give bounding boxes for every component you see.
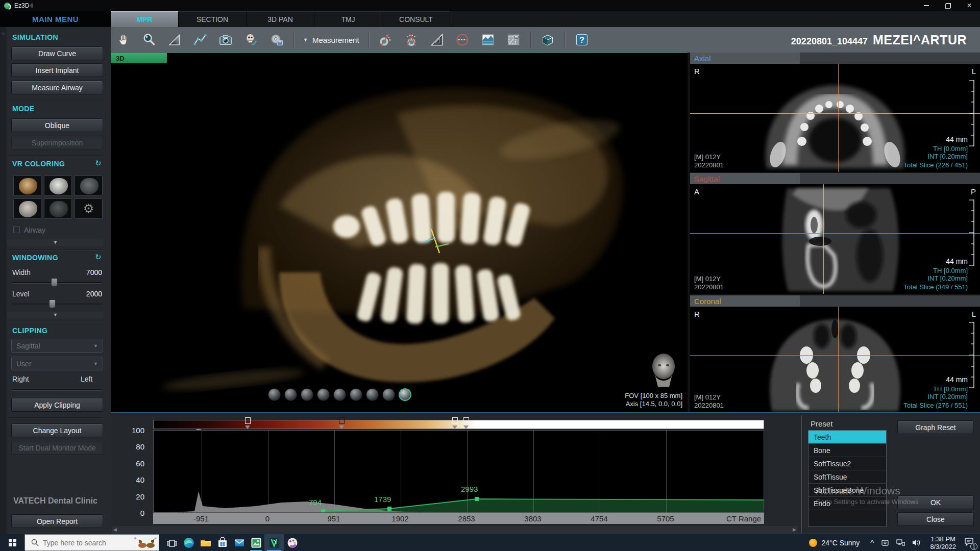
windowing-tool-icon[interactable] — [164, 30, 185, 50]
histogram-horizontal-scrollbar[interactable]: ◀▶ — [112, 526, 798, 533]
set-square-tool-icon[interactable] — [427, 30, 447, 50]
curve-point-1739[interactable] — [387, 507, 391, 511]
superimposition-button[interactable]: Superimposition — [11, 136, 103, 149]
coronal-horizontal-crosshair[interactable] — [690, 355, 980, 356]
gradient-handle[interactable] — [245, 417, 251, 424]
clipping-preset-dropdown[interactable]: User ▼ — [11, 357, 103, 370]
histogram-plot-area[interactable] — [153, 430, 764, 513]
sagittal-view[interactable]: Sagittal A P [M] 012Y 202 — [690, 173, 980, 294]
pan-tool-icon[interactable] — [113, 30, 134, 50]
level-slider-thumb[interactable] — [49, 299, 56, 308]
width-slider-thumb[interactable] — [51, 278, 58, 287]
measure-airway-button[interactable]: Measure Airway — [11, 81, 103, 94]
tab-mpr[interactable]: MPR — [111, 11, 179, 27]
measurement-dropdown[interactable]: ▼ Measurement — [303, 36, 359, 44]
width-slider[interactable] — [12, 282, 102, 284]
insert-implant-button[interactable]: Insert Implant — [11, 63, 103, 77]
paint3d-icon[interactable] — [284, 534, 301, 551]
tab-consult[interactable]: CONSULT — [382, 11, 450, 27]
volume-render-viewport[interactable]: 3D FOV [100 x 85 mm] Axis [14.5, 0.0, 0.… — [111, 53, 688, 412]
orientation-preset-icon[interactable] — [382, 388, 395, 401]
file-explorer-icon[interactable] — [197, 534, 214, 551]
ez3d-app-icon[interactable] — [264, 534, 284, 551]
curve-point-794[interactable] — [321, 509, 325, 512]
search-input[interactable] — [43, 539, 119, 547]
orientation-rotate-icon[interactable] — [399, 388, 411, 401]
orientation-preset-icon[interactable] — [268, 388, 281, 401]
double-angle-tool-icon[interactable] — [401, 30, 422, 50]
vr-soft-face-thumbnail[interactable] — [13, 198, 41, 219]
orientation-preset-icon[interactable] — [333, 388, 346, 401]
angle-tool-icon[interactable] — [376, 30, 396, 50]
edge-browser-icon[interactable] — [180, 534, 197, 551]
windowing-reset-icon[interactable]: ↻ — [95, 253, 102, 262]
tab-section[interactable]: SECTION — [179, 11, 247, 27]
axial-horizontal-crosshair[interactable] — [690, 113, 980, 114]
cube-3d-tool-icon[interactable] — [537, 30, 558, 50]
tab-tmj[interactable]: TMJ — [314, 11, 382, 27]
vr-coloring-collapse-chevron[interactable]: ▼ — [7, 239, 104, 246]
rotate-reset-tool-icon[interactable] — [241, 30, 261, 50]
coronal-view[interactable]: Coronal R — [690, 295, 980, 412]
taskbar-clock[interactable]: 1:38 PM 8/3/2022 — [930, 535, 956, 550]
curve-point-2993[interactable] — [475, 497, 479, 501]
vr-bone-skull-thumbnail[interactable] — [44, 176, 72, 196]
search-highlights-birds-icon[interactable] — [129, 535, 158, 550]
region-note-tool-icon[interactable] — [503, 30, 524, 50]
coronal-vertical-crosshair[interactable] — [838, 307, 839, 412]
histogram-tool-icon[interactable] — [478, 30, 498, 50]
orientation-preset-icon[interactable] — [350, 388, 362, 401]
tray-snip-icon[interactable] — [881, 539, 889, 547]
store-icon[interactable] — [214, 534, 231, 551]
capture-tool-icon[interactable] — [215, 30, 236, 50]
airway-checkbox[interactable] — [13, 227, 20, 233]
curve-tool-icon[interactable] — [190, 30, 210, 50]
zoom-tool-icon[interactable] — [139, 30, 159, 50]
vr-amber-skull-thumbnail[interactable] — [13, 176, 41, 196]
open-report-button[interactable]: Open Report — [11, 514, 103, 528]
orientation-preset-icon[interactable] — [317, 388, 330, 401]
orientation-preset-icon[interactable] — [366, 388, 379, 401]
vr-dark-skull-thumbnail[interactable] — [75, 176, 103, 196]
main-menu-header[interactable]: MAIN MENU — [0, 11, 111, 27]
vr-settings-gear-icon[interactable]: ⚙ — [75, 198, 103, 219]
draw-curve-button[interactable]: Draw Curve — [11, 46, 103, 60]
gradient-handle[interactable] — [463, 417, 469, 424]
restore-button[interactable] — [937, 0, 959, 11]
oblique-button[interactable]: Oblique — [11, 118, 103, 132]
close-button-preset[interactable]: Close — [897, 512, 974, 526]
change-layout-button[interactable]: Change Layout — [11, 423, 103, 437]
photos-app-icon[interactable] — [248, 534, 264, 551]
sagittal-vertical-crosshair[interactable] — [823, 184, 824, 294]
axial-view[interactable]: Axial R L — [690, 53, 980, 172]
mail-icon[interactable] — [231, 534, 248, 551]
close-button[interactable]: × — [959, 0, 980, 11]
vr-xray-skull-thumbnail[interactable] — [44, 198, 72, 219]
clipping-plane-dropdown[interactable]: Sagittal ▼ — [11, 339, 103, 353]
circle-measure-tool-icon[interactable] — [452, 30, 473, 50]
tray-volume-icon[interactable] — [912, 539, 921, 546]
orientation-preset-icon[interactable] — [301, 388, 313, 401]
apply-clipping-button[interactable]: Apply Clipping — [11, 398, 103, 412]
preset-item-teeth[interactable]: Teeth — [808, 431, 886, 444]
sagittal-horizontal-crosshair[interactable] — [690, 233, 980, 234]
preset-item-softtissue[interactable]: SoftTissue — [808, 470, 886, 484]
panel-collapse-grip[interactable]: ≡ — [0, 27, 7, 534]
gradient-handle[interactable] — [339, 417, 345, 424]
start-button[interactable] — [0, 534, 24, 551]
graph-reset-button[interactable]: Graph Reset — [897, 420, 974, 434]
task-view-button[interactable] — [163, 534, 180, 551]
preset-item-softtissue2[interactable]: SoftTissue2 — [808, 457, 886, 470]
gradient-handle[interactable] — [452, 417, 458, 424]
axial-vertical-crosshair[interactable] — [838, 64, 839, 172]
vr-coloring-reset-icon[interactable]: ↻ — [95, 159, 102, 168]
clipping-slider[interactable] — [12, 389, 102, 391]
orientation-preset-icon[interactable] — [284, 388, 297, 401]
help-button[interactable]: ? — [572, 30, 592, 50]
preset-item-bone[interactable]: Bone — [808, 444, 886, 457]
tray-network-icon[interactable] — [896, 539, 905, 546]
level-slider[interactable] — [12, 304, 102, 305]
taskbar-search[interactable] — [24, 534, 159, 551]
windowing-collapse-chevron[interactable]: ▼ — [7, 312, 104, 318]
tab-3dpan[interactable]: 3D PAN — [247, 11, 314, 27]
